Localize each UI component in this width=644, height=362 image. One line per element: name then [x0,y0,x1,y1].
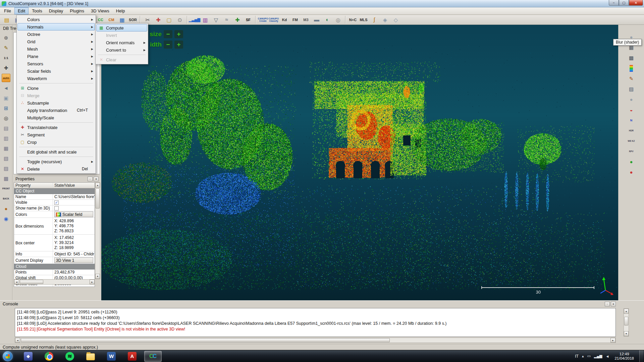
line-width-decrease-button[interactable]: − [164,41,172,49]
crop-icon[interactable]: ▢ [164,15,174,24]
toolbar-icon[interactable] [140,16,141,24]
volume-icon[interactable]: ◄ [606,354,609,358]
scroll-left-arrow[interactable]: ◄ [14,280,19,284]
gaussian-filter-icon[interactable]: ≈ [222,15,231,24]
toolbar-icon[interactable] [255,16,256,24]
scroll-down-arrow[interactable]: ▼ [624,331,629,336]
menu-item[interactable] [19,147,93,147]
view-bottom-icon[interactable]: ▩ [2,174,10,183]
pivot-icon[interactable]: ▣ [2,94,10,102]
Normals[interactable]: Normals [17,23,95,31]
scrollbar-thumb[interactable] [96,188,100,208]
sf-icon[interactable]: SF [244,15,253,24]
filter-icon[interactable]: ▨ [627,85,636,93]
toolbar-icon[interactable] [345,16,346,24]
network-icon[interactable]: ▂▄▆ [594,354,602,358]
m3c2-icon[interactable]: M3 [301,15,311,24]
scrollbar-thumb[interactable] [21,338,390,342]
Plane[interactable]: Plane [17,53,95,60]
animation-icon[interactable]: ◈ [380,15,390,24]
menu-3d-views[interactable]: 3D Views [88,7,113,14]
scale-1to1-icon[interactable]: 1:1 [2,54,10,62]
scroll-down-arrow[interactable]: ▼ [95,274,100,279]
point-list-picking-icon[interactable]: ✎ [2,44,10,52]
stereo-icon[interactable]: ◉ [2,215,10,223]
back-view-icon[interactable]: BACK [2,194,10,203]
word-icon[interactable] [103,351,120,362]
scrollbar-thumb[interactable] [624,317,628,325]
global-shift-icon[interactable]: ◎ [333,15,343,24]
chrome-icon[interactable] [40,351,58,362]
menu-help[interactable]: Help [113,7,128,14]
Merge[interactable]: ⊟ Merge [17,92,95,99]
menu-file[interactable]: File [1,7,14,14]
Colors[interactable]: Colors [17,16,95,23]
auto-pick-center-icon[interactable]: auto [2,74,10,82]
Apply transformation[interactable]: Apply transformation Ctrl+T [17,107,95,114]
Sensors[interactable]: Sensors [17,60,95,67]
sf-gradient-icon[interactable]: ▥ [201,15,210,24]
green-sphere-icon[interactable]: ● [627,158,636,166]
Crop[interactable]: ▢ Crop [17,138,95,146]
Orient normals[interactable]: Orient normals [96,39,147,46]
Scalar fields[interactable]: Scalar fields [17,67,95,75]
Convert to[interactable]: Convert to [96,46,147,54]
Toggle (recursive)[interactable]: Toggle (recursive) [17,158,95,165]
visible-checkbox[interactable]: ✓ [54,200,59,205]
close-console-button[interactable]: ✕ [611,302,616,306]
spotify-icon[interactable] [61,351,78,362]
scrollbar-thumb[interactable] [20,280,43,284]
menu-item[interactable] [19,157,93,157]
toolbar-icon[interactable] [187,16,187,24]
start-button[interactable] [3,351,13,361]
view-front-icon[interactable]: ▥ [2,134,10,142]
Compute[interactable]: ▦ Compute [96,24,147,32]
sf-add-icon[interactable]: ✚ [233,15,242,24]
display-icon[interactable]: ▭ [587,354,590,358]
show-desktop-button[interactable] [639,350,643,362]
paintbrush-icon[interactable]: ✎ [627,74,636,83]
Invert[interactable]: Invert [96,32,147,39]
minimize-button[interactable]: − [609,0,619,6]
Translate/rotate[interactable]: ✚ Translate/rotate [17,124,95,131]
console-hscrollbar[interactable]: ◄ ► [15,338,616,343]
view-top-icon[interactable]: ▤ [2,124,10,132]
current-display-combobox[interactable]: 3D View 1 [54,257,93,263]
view-right-icon[interactable]: ▧ [2,154,10,163]
point-size-decrease-button[interactable]: − [164,30,172,38]
pick-rotation-center-icon[interactable]: ⊙ [175,15,184,24]
Clear[interactable]: ✕ Clear [96,56,147,63]
colorbar-icon[interactable] [627,64,636,72]
menu-item[interactable] [19,122,93,123]
properties-hscrollbar[interactable]: ◄ ► [14,279,95,285]
scroll-right-arrow[interactable]: ► [610,338,615,343]
Multiply/Scale[interactable]: Multiply/Scale [17,114,95,121]
rgb-sphere-icon[interactable]: ● [627,168,636,176]
canupo-classify-icon[interactable]: CANUPO Classify [269,15,278,24]
colors-combobox[interactable]: SFScalar field [54,212,93,217]
point-cloud-canvas[interactable] [101,25,618,300]
zoom-icon[interactable]: ◎ [2,114,10,122]
plugin-icon[interactable]: ◇ [391,15,400,24]
kd-tree-icon[interactable]: Kd [280,15,289,24]
hpr-icon[interactable]: ◒ [627,106,636,114]
Mesh[interactable]: Mesh [17,45,95,53]
sphere-icon[interactable]: ● [627,95,636,104]
menu-plugins[interactable]: Plugins [66,7,88,14]
normals-compute-icon[interactable]: N+C [348,15,358,24]
menu-display[interactable]: Display [46,7,67,14]
sf-filter-icon[interactable]: ▽ [211,15,221,24]
media-app-icon[interactable] [19,351,37,362]
view-back-icon[interactable]: ▨ [2,164,10,173]
camera-icon[interactable]: ◄ [2,84,10,92]
explorer-icon[interactable] [82,351,99,362]
language-indicator[interactable]: IT [575,354,579,359]
zoom-fit-icon[interactable]: ✚ [2,64,10,72]
translate-rotate-icon[interactable]: ✚ [154,15,163,24]
cloudcompare-icon[interactable] [144,351,162,362]
line-width-increase-button[interactable]: + [174,41,183,49]
menu-tools[interactable]: Tools [29,7,45,14]
maximize-button[interactable]: ▢ [619,0,629,6]
close-button[interactable]: ✕ [629,0,643,6]
rpv-icon[interactable]: RPV [627,147,636,156]
